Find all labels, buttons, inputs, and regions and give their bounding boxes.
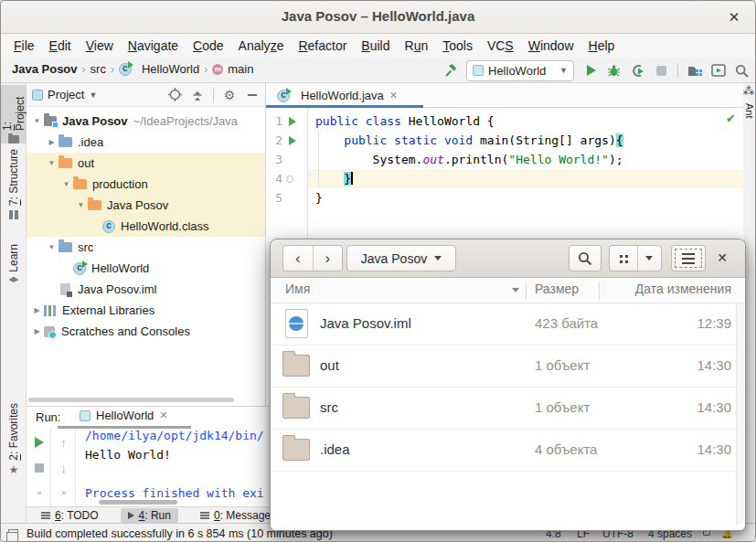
- search-button[interactable]: [569, 245, 602, 271]
- run-button[interactable]: [582, 63, 598, 79]
- tree-row-helloworld[interactable]: HelloWorld: [27, 258, 265, 279]
- tree-row-src[interactable]: ▼ src: [27, 237, 265, 258]
- tree-row-iml[interactable]: Java Posov.iml: [27, 279, 265, 300]
- chevron-expanded-icon[interactable]: ▼: [59, 180, 73, 188]
- chevron-expanded-icon[interactable]: ▼: [74, 201, 88, 209]
- horizontal-scrollbar[interactable]: [28, 398, 234, 402]
- sidebar-item-ant[interactable]: Ant: [742, 88, 756, 143]
- more-actions-icon[interactable]: »: [27, 483, 51, 503]
- file-row-src[interactable]: src 1 объект 14:30: [271, 388, 745, 430]
- path-button[interactable]: Java Posov: [346, 245, 456, 271]
- tree-row-external-libraries[interactable]: ▶ External Libraries: [27, 300, 265, 321]
- run-coverage-icon[interactable]: [630, 63, 645, 79]
- up-stack-icon[interactable]: ↑: [51, 432, 76, 452]
- chevron-collapsed-icon[interactable]: ▶: [30, 306, 44, 314]
- chevron-expanded-icon[interactable]: ▼: [30, 117, 44, 125]
- fold-marker-icon[interactable]: [286, 175, 293, 183]
- stop-button[interactable]: [654, 63, 669, 79]
- close-tab-icon[interactable]: ✕: [159, 409, 167, 421]
- menu-navigate[interactable]: Navigate: [121, 36, 186, 56]
- back-icon[interactable]: ‹: [283, 246, 313, 271]
- stop-button[interactable]: [27, 458, 51, 478]
- grid-view-icon[interactable]: [610, 246, 637, 271]
- menu-analyze[interactable]: Analyze: [231, 36, 292, 56]
- chevron-expanded-icon[interactable]: ▼: [45, 243, 59, 251]
- down-stack-icon[interactable]: ↓: [51, 458, 76, 478]
- run-tab-helloworld[interactable]: HelloWorld ✕: [80, 409, 168, 422]
- close-icon[interactable]: [712, 248, 732, 268]
- menu-code[interactable]: Code: [186, 36, 230, 56]
- code-line: public static void main(String[] args){: [315, 131, 743, 150]
- breadcrumb-project[interactable]: Java Posov: [12, 62, 78, 76]
- horizontal-scrollbar[interactable]: [99, 500, 177, 505]
- hide-panel-icon[interactable]: [245, 88, 260, 102]
- run-method-gutter-icon[interactable]: [289, 136, 296, 145]
- run-toolbar: HelloWorld ▼: [442, 59, 750, 81]
- more-actions-icon[interactable]: »: [51, 483, 76, 503]
- file-row-idea[interactable]: .idea 4 объекта 14:30: [271, 430, 745, 472]
- file-manager-header-bar[interactable]: ‹ › Java Posov: [271, 239, 745, 278]
- ide-window: Java Posov – HelloWorld.java File Edit V…: [0, 0, 756, 542]
- tree-row-scratches[interactable]: ▶ Scratches and Consoles: [27, 321, 265, 342]
- breadcrumb-method[interactable]: main: [228, 62, 253, 76]
- column-size[interactable]: Размер: [535, 282, 579, 296]
- menu-view[interactable]: View: [79, 36, 121, 56]
- debug-bug-icon[interactable]: [606, 63, 622, 79]
- tab-helloworld-java[interactable]: HelloWorld.java ✕: [266, 83, 409, 108]
- menu-file[interactable]: File: [6, 36, 42, 56]
- rerun-button[interactable]: [27, 432, 51, 452]
- run-class-gutter-icon[interactable]: [289, 117, 296, 126]
- breadcrumb-src[interactable]: src: [91, 62, 106, 76]
- menu-window[interactable]: Window: [521, 36, 581, 56]
- sidebar-item-learn[interactable]: Learn: [1, 244, 27, 312]
- breadcrumb-class[interactable]: HelloWorld: [142, 62, 199, 76]
- menu-help[interactable]: Help: [581, 36, 623, 56]
- profiler-icon[interactable]: [687, 63, 702, 79]
- toolbar-item-run[interactable]: 4: Run: [121, 508, 178, 523]
- menu-vcs[interactable]: VCS: [480, 36, 521, 56]
- collapse-all-icon[interactable]: [190, 88, 205, 102]
- chevron-collapsed-icon[interactable]: ▶: [30, 327, 44, 335]
- sidebar-item-project[interactable]: 1: Project: [1, 85, 27, 143]
- run-anything-icon[interactable]: [710, 63, 726, 79]
- build-hammer-icon[interactable]: [442, 63, 458, 79]
- vertical-scrollbar[interactable]: [736, 303, 744, 525]
- toolbar-item-todo[interactable]: 6: TODO: [34, 508, 106, 523]
- close-icon[interactable]: [724, 7, 744, 27]
- menu-build[interactable]: Build: [354, 36, 397, 56]
- tool-window-switcher-icon[interactable]: [8, 529, 18, 537]
- column-modified[interactable]: Дата изменения: [635, 282, 731, 296]
- chevron-expanded-icon[interactable]: ▼: [45, 159, 59, 167]
- tree-row-production[interactable]: ▼ production: [27, 174, 265, 195]
- code-editor[interactable]: public class HelloWorld { public static …: [315, 112, 743, 207]
- hamburger-menu-button[interactable]: [671, 245, 706, 271]
- project-panel-title[interactable]: Project: [48, 88, 84, 101]
- file-row-out[interactable]: out 1 объект 14:30: [271, 345, 745, 388]
- tree-row-helloworld-class[interactable]: HelloWorld.class: [27, 216, 265, 237]
- gear-icon[interactable]: ⚙: [222, 88, 237, 102]
- forward-icon[interactable]: ›: [313, 246, 342, 271]
- title-bar[interactable]: Java Posov – HelloWorld.java: [1, 1, 755, 34]
- chevron-down-icon[interactable]: ▼: [89, 90, 97, 100]
- menu-tools[interactable]: Tools: [435, 36, 480, 56]
- sidebar-item-structure[interactable]: 7: Structure: [1, 149, 27, 237]
- run-toolbar-column: ↑ ↓ »: [51, 429, 76, 506]
- menu-edit[interactable]: Edit: [42, 36, 79, 56]
- tree-row-java-posov-out[interactable]: ▼ Java Posov: [27, 195, 265, 216]
- locate-file-icon[interactable]: [167, 88, 182, 102]
- chevron-collapsed-icon[interactable]: ▶: [45, 138, 59, 146]
- inspection-ok-icon[interactable]: ✔: [726, 112, 736, 125]
- tree-row-out[interactable]: ▼ out: [27, 153, 265, 174]
- tree-row-idea[interactable]: ▶ .idea: [27, 132, 265, 153]
- column-name[interactable]: Имя: [285, 282, 310, 296]
- menu-refactor[interactable]: Refactor: [291, 36, 354, 56]
- sidebar-item-favorites[interactable]: 2: Favorites ★: [1, 403, 27, 487]
- menu-run[interactable]: Run: [398, 36, 436, 56]
- file-row-iml[interactable]: Java Posov.iml 423 байта 12:39: [271, 303, 745, 345]
- close-tab-icon[interactable]: ✕: [389, 90, 398, 101]
- view-options-chevron-icon[interactable]: [638, 246, 661, 271]
- project-root-icon: [44, 116, 57, 126]
- search-everywhere-icon[interactable]: [734, 63, 750, 79]
- run-configuration-select[interactable]: HelloWorld ▼: [466, 60, 574, 81]
- tree-row-project-root[interactable]: ▼ Java Posov ~/IdeaProjects/Java: [27, 111, 265, 132]
